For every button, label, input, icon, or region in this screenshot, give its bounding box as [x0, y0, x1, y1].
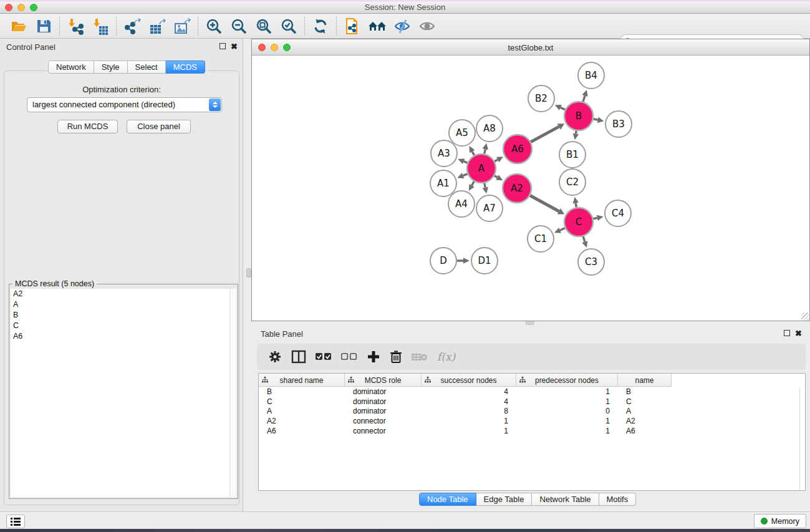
- column-header-name[interactable]: name: [618, 374, 672, 387]
- table-cell[interactable]: A2: [259, 417, 345, 427]
- table-row[interactable]: Cdominator41C: [259, 397, 672, 407]
- close-panel-icon[interactable]: ✖: [231, 42, 238, 51]
- add-column-icon[interactable]: [367, 350, 380, 364]
- result-item[interactable]: A2: [11, 289, 236, 299]
- table-cell[interactable]: 1: [516, 417, 618, 427]
- table-cell[interactable]: A: [618, 407, 672, 417]
- graph-edge-C-C2[interactable]: [576, 203, 576, 208]
- table-cell[interactable]: C: [618, 397, 672, 407]
- table-cell[interactable]: 0: [516, 407, 618, 417]
- graph-edge-A-A3[interactable]: [464, 162, 468, 163]
- close-table-panel-icon[interactable]: ✖: [795, 329, 802, 338]
- table-cell[interactable]: B: [259, 387, 345, 397]
- graph-edge-B-B3[interactable]: [594, 119, 598, 120]
- table-row[interactable]: A6connector11A6: [259, 427, 672, 437]
- mcds-result-list[interactable]: A2ABCA6: [11, 289, 236, 497]
- zoom-out-icon[interactable]: [226, 16, 251, 37]
- export-table-icon[interactable]: [145, 16, 170, 37]
- zoom-in-icon[interactable]: [201, 16, 226, 37]
- table-cell[interactable]: 1: [516, 427, 618, 437]
- result-scrollbar[interactable]: [229, 289, 236, 497]
- graph-edge-C-C4[interactable]: [593, 218, 597, 218]
- table-cell[interactable]: A2: [618, 417, 672, 427]
- export-image-icon[interactable]: [170, 16, 195, 37]
- table-cell[interactable]: dominator: [345, 407, 422, 417]
- zoom-selected-icon[interactable]: [276, 16, 301, 37]
- column-header-shared-name[interactable]: shared name: [259, 374, 345, 387]
- run-mcds-button[interactable]: Run MCDS: [57, 120, 118, 133]
- save-icon[interactable]: [31, 16, 56, 37]
- graph-edge-A-A5[interactable]: [472, 152, 474, 155]
- tab-select[interactable]: Select: [128, 60, 166, 74]
- table-cell[interactable]: 4: [422, 387, 516, 397]
- import-network-icon[interactable]: [63, 16, 88, 37]
- table-cell[interactable]: dominator: [345, 397, 422, 407]
- float-panel-icon[interactable]: [219, 43, 226, 49]
- graph-edge-C-C1[interactable]: [560, 228, 565, 231]
- tab-style[interactable]: Style: [94, 60, 128, 74]
- table-tab-edge-table[interactable]: Edge Table: [476, 493, 533, 506]
- table-row[interactable]: A2connector11A2: [259, 417, 672, 427]
- tab-mcds[interactable]: MCDS: [166, 60, 205, 74]
- float-table-panel-icon[interactable]: [784, 330, 790, 336]
- home-icon[interactable]: [365, 16, 390, 37]
- table-row[interactable]: Adominator80A: [259, 407, 672, 417]
- tab-network[interactable]: Network: [48, 60, 94, 74]
- network-window-titlebar[interactable]: testGlobe.txt: [252, 39, 809, 56]
- table-row[interactable]: Bdominator41B: [259, 387, 672, 397]
- show-graphics-details-icon[interactable]: [415, 16, 440, 37]
- table-cell[interactable]: 1: [422, 427, 516, 437]
- horizontal-splitter-handle[interactable]: [526, 321, 534, 325]
- column-header-successor-nodes[interactable]: successor nodes: [422, 374, 516, 387]
- graph-edge-A6-B[interactable]: [531, 127, 559, 142]
- table-cell[interactable]: 8: [422, 407, 516, 417]
- delete-column-icon[interactable]: [390, 350, 402, 364]
- table-tab-network-table[interactable]: Network Table: [532, 493, 599, 506]
- table-cell[interactable]: 1: [422, 417, 516, 427]
- graph-edge-B-B1[interactable]: [576, 131, 576, 134]
- result-item[interactable]: C: [11, 321, 236, 331]
- column-header-predecessor-nodes[interactable]: predecessor nodes: [516, 374, 618, 387]
- table-tab-node-table[interactable]: Node Table: [419, 493, 476, 506]
- graph-edge-A-A7[interactable]: [485, 183, 485, 188]
- close-panel-button[interactable]: Close panel: [127, 120, 191, 133]
- task-history-button[interactable]: [6, 515, 25, 528]
- window-resize-grip[interactable]: [801, 312, 809, 320]
- graph-edge-A-A1[interactable]: [463, 174, 468, 176]
- column-view-icon[interactable]: [291, 350, 306, 364]
- export-network-icon[interactable]: [120, 16, 145, 37]
- table-cell[interactable]: 4: [422, 397, 516, 407]
- deselect-all-checkboxes-icon[interactable]: [341, 352, 357, 361]
- new-network-from-file-icon[interactable]: [340, 16, 365, 37]
- table-tab-motifs[interactable]: Motifs: [599, 493, 637, 506]
- import-table-icon[interactable]: [88, 16, 113, 37]
- column-header-MCDS-role[interactable]: MCDS role: [345, 374, 422, 387]
- gear-icon[interactable]: [268, 350, 282, 364]
- table-cell[interactable]: dominator: [345, 387, 422, 397]
- table-cell[interactable]: connector: [345, 417, 422, 427]
- graph-edge-B-B2[interactable]: [561, 107, 565, 109]
- graph-edge-A-A8[interactable]: [485, 149, 485, 153]
- optimization-criterion-select[interactable]: largest connected component (directed): [27, 97, 222, 112]
- network-canvas[interactable]: AA1A2A3A4A5A6A7A8BB1B2B3B4CC1C2C3C4DD1: [252, 56, 809, 321]
- zoom-fit-icon[interactable]: [251, 16, 276, 37]
- table-cell[interactable]: connector: [345, 427, 422, 437]
- hide-graphics-details-icon[interactable]: [390, 16, 415, 37]
- refresh-icon[interactable]: [308, 16, 333, 37]
- table-cell[interactable]: A6: [618, 427, 672, 437]
- open-folder-icon[interactable]: [6, 16, 31, 37]
- result-item[interactable]: B: [11, 310, 236, 321]
- result-item[interactable]: A: [11, 299, 236, 310]
- result-item[interactable]: A6: [11, 331, 236, 342]
- table-cell[interactable]: B: [618, 387, 672, 397]
- vertical-splitter-handle[interactable]: [246, 268, 251, 278]
- graph-edge-A2-C[interactable]: [530, 195, 559, 211]
- graph-edge-C-C3[interactable]: [583, 236, 585, 242]
- memory-button[interactable]: Memory: [754, 514, 806, 528]
- graph-edge-A-A2[interactable]: [494, 176, 498, 178]
- graph-edge-A-A4[interactable]: [472, 181, 475, 185]
- graph-edge-A-A6[interactable]: [494, 160, 498, 162]
- table-cell[interactable]: 1: [516, 387, 618, 397]
- select-all-checkboxes-icon[interactable]: [316, 352, 332, 361]
- table-cell[interactable]: C: [259, 397, 345, 407]
